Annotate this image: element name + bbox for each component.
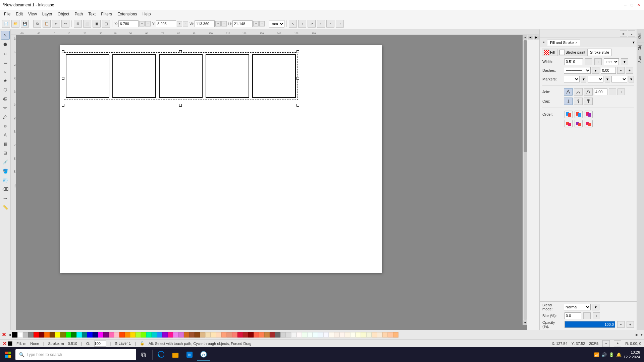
w-minus[interactable]: −	[221, 21, 227, 26]
menu-text[interactable]: Text	[86, 11, 98, 17]
opacity-plus[interactable]: +	[627, 321, 634, 328]
palette-swatch[interactable]	[34, 332, 39, 338]
stroke-style-subtab[interactable]: Stroke style	[588, 49, 611, 56]
palette-swatch[interactable]	[125, 332, 130, 338]
palette-swatch[interactable]	[39, 332, 44, 338]
palette-swatch[interactable]	[44, 332, 50, 338]
blend-select[interactable]: Normal Multiply Screen Overlay	[564, 304, 591, 310]
palette-swatch[interactable]	[103, 332, 109, 338]
fill-stroke-tab[interactable]: Fill and Stroke ×	[547, 40, 580, 46]
align-tl-btn[interactable]: ↖	[289, 20, 297, 28]
dashes-minus[interactable]: −	[617, 67, 625, 74]
palette-swatch[interactable]	[366, 332, 372, 338]
tool-pen[interactable]: 🖊	[1, 112, 10, 121]
taskbar-explorer[interactable]	[169, 348, 182, 361]
palette-swatch[interactable]	[109, 332, 114, 338]
handle-mr[interactable]	[297, 77, 299, 80]
handle-tr[interactable]	[297, 50, 299, 53]
palette-swatch[interactable]	[302, 332, 307, 338]
palette-swatch[interactable]	[393, 332, 398, 338]
notification-icon[interactable]: 🔔	[616, 352, 622, 357]
minimize-button[interactable]: ─	[623, 2, 628, 8]
palette-swatch[interactable]	[55, 332, 60, 338]
palette-swatch[interactable]	[60, 332, 66, 338]
palette-swatch[interactable]	[297, 332, 302, 338]
palette-swatch[interactable]	[334, 332, 339, 338]
join-miter-btn[interactable]	[564, 88, 573, 96]
palette-swatch[interactable]	[254, 332, 259, 338]
align-mr-btn[interactable]: →	[336, 20, 344, 28]
v-scrollbar[interactable]: ▲ ▼	[523, 35, 527, 325]
taskbar-clock[interactable]: 10:26 12.2.2024	[624, 350, 640, 360]
palette-swatch[interactable]	[50, 332, 55, 338]
tool-select[interactable]: ↖	[1, 31, 10, 40]
stroke-paint-subtab[interactable]: Stroke paint	[557, 49, 588, 56]
palette-swatch[interactable]	[275, 332, 280, 338]
new-btn[interactable]: 📄	[2, 20, 10, 28]
align-tc-btn[interactable]: ↑	[298, 20, 306, 28]
width-input[interactable]	[565, 58, 583, 65]
palette-swatch[interactable]	[270, 332, 275, 338]
palette-scroll-left[interactable]: ◀	[7, 331, 12, 339]
y-input[interactable]	[156, 20, 176, 27]
taskbar-inkscape[interactable]	[197, 348, 210, 361]
tool-text[interactable]: A	[1, 130, 10, 139]
panel-collapse-btn[interactable]: ▼	[632, 41, 635, 44]
zoom-draw-btn[interactable]: ▣	[93, 20, 101, 28]
palette-swatch[interactable]	[345, 332, 350, 338]
palette-swatch[interactable]	[130, 332, 136, 338]
palette-swatch[interactable]	[264, 332, 270, 338]
palette-swatch[interactable]	[307, 332, 313, 338]
palette-swatch[interactable]	[248, 332, 254, 338]
fill-box[interactable]	[8, 341, 12, 346]
palette-swatch[interactable]	[189, 332, 195, 338]
menu-view[interactable]: View	[25, 11, 40, 17]
tool-spiral[interactable]: @	[1, 94, 10, 103]
palette-swatch[interactable]	[339, 332, 345, 338]
scroll-up-btn[interactable]: ▲	[523, 35, 527, 40]
palette-swatch[interactable]	[227, 332, 232, 338]
width-unit-btn[interactable]: ▼	[621, 58, 628, 65]
palette-swatch[interactable]	[372, 332, 377, 338]
palette-swatch[interactable]	[388, 332, 393, 338]
opacity-status-input[interactable]	[94, 341, 106, 347]
join-round-btn[interactable]	[574, 88, 583, 96]
palette-swatch[interactable]	[361, 332, 366, 338]
align-ml-btn[interactable]: ←	[317, 20, 325, 28]
no-color-btn[interactable]: ✕	[0, 331, 7, 339]
palette-swatch[interactable]	[221, 332, 227, 338]
menu-layer[interactable]: Layer	[40, 11, 55, 17]
zoom-level[interactable]: 203%	[589, 342, 598, 346]
marker-end-select[interactable]	[611, 76, 627, 82]
align-tr-btn[interactable]: ↗	[308, 20, 316, 28]
zoom-page-btn[interactable]: ⬜	[83, 20, 91, 28]
scroll-right-btn[interactable]: ▶	[534, 36, 539, 40]
tool-3d[interactable]: ⬡	[1, 85, 10, 94]
scroll-left-btn[interactable]: ◀	[528, 36, 533, 40]
sound-icon[interactable]: 🔊	[601, 352, 607, 357]
maximize-button[interactable]: □	[629, 2, 635, 8]
network-icon[interactable]: 📶	[594, 352, 599, 357]
blend-expand[interactable]: ▼	[592, 304, 599, 310]
paste-btn[interactable]: 📋	[43, 20, 51, 28]
blur-input[interactable]	[565, 312, 581, 319]
blur-minus[interactable]: −	[583, 312, 591, 319]
tool-dropper[interactable]: 💉	[1, 158, 10, 166]
palette-scroll-down[interactable]: ▼	[639, 331, 644, 339]
join-minus[interactable]: −	[609, 88, 616, 95]
tool-node[interactable]: ⬟	[1, 40, 10, 49]
palette-swatch[interactable]	[98, 332, 103, 338]
palette-swatch[interactable]	[146, 332, 152, 338]
handle-bm[interactable]	[179, 104, 182, 107]
battery-icon[interactable]: 🔋	[609, 352, 614, 357]
palette-swatch[interactable]	[71, 332, 76, 338]
width-plus[interactable]: +	[594, 58, 602, 65]
palette-swatch[interactable]	[157, 332, 162, 338]
close-button[interactable]: ✕	[636, 2, 641, 8]
y-minus[interactable]: −	[183, 21, 188, 26]
palette-swatch[interactable]	[87, 332, 93, 338]
palette-swatch[interactable]	[12, 332, 17, 338]
palette-swatch[interactable]	[318, 332, 323, 338]
menu-file[interactable]: File	[1, 11, 13, 17]
open-btn[interactable]: 📂	[11, 20, 19, 28]
